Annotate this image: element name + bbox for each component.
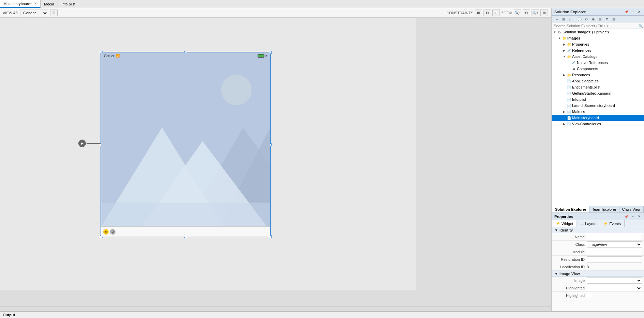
search-input[interactable] [554, 24, 639, 28]
view-as-label: VIEW AS [3, 11, 18, 15]
tree-item-native-references[interactable]: ▶ 🔗 Native References [552, 60, 644, 66]
tree-item-entitlements[interactable]: ▶ 📄 Entitlements.plist [552, 84, 644, 90]
expander-resources[interactable]: ▶ [562, 74, 567, 77]
tree-item-appdelegate[interactable]: ▶ 📄 AppDelegate.cs [552, 78, 644, 84]
yellow-icon: ● [103, 229, 109, 235]
image-view[interactable] [101, 59, 270, 226]
tree-item-main-cs[interactable]: ▶ 📄 Main.cs [552, 109, 644, 115]
tree-item-components[interactable]: ▶ ⚙ Components [552, 66, 644, 72]
references-icon: 🔗 [567, 49, 571, 52]
restoration-input[interactable] [587, 256, 642, 263]
canvas-toolbar: VIEW AS Generic iPhone SE iPhone 8 iPad … [0, 8, 551, 18]
solution-explorer-tree: ▼ 🗂 Solution 'Images' (1 project) ▼ 📁 Im… [552, 29, 644, 206]
output-label: Output [3, 313, 15, 317]
close-panel-icon[interactable]: ✕ [637, 9, 642, 15]
toolbar-right: CONSTRAINTS ⊞ ⊟ □ ZOOM 🔍− ⊙ 🔍+ ⊞ [446, 10, 548, 16]
tree-label-getting-started: GettingStarted.Xamarin [572, 91, 611, 95]
view-as-select[interactable]: Generic iPhone SE iPhone 8 iPad [20, 10, 48, 16]
expander-references[interactable]: ▶ [562, 49, 567, 52]
tree-label-solution: Solution 'Images' (1 project) [563, 30, 609, 34]
tab-widget[interactable]: ⚡ Widget [552, 220, 577, 227]
tab-main-storyboard[interactable]: Main.storyboard* ✕ [0, 0, 41, 8]
se-toolbar: ← ⊞ ⌂ 🕐 ↺ ⊕ ⊞ ⚙ ⊟ [552, 16, 644, 23]
tree-item-properties[interactable]: ▶ 📁 Properties [552, 41, 644, 47]
viewcontroller-icon: 📄 [567, 122, 571, 126]
identity-section-header[interactable]: ▼ Identity [552, 227, 644, 233]
canvas-scroll[interactable]: ▶ Carrier [0, 18, 551, 306]
se-properties-icon[interactable]: ⊞ [561, 16, 567, 22]
tree-item-resources[interactable]: ▶ 📁 Resources [552, 72, 644, 78]
se-home-icon[interactable]: ⌂ [567, 16, 573, 22]
add-constraint-btn[interactable]: ⊞ [475, 10, 482, 16]
tree-item-asset-catalogs[interactable]: ▼ 📁 Asset Catalogs [552, 53, 644, 60]
props-minimize-icon[interactable]: − [630, 214, 635, 219]
image-view-section-header[interactable]: ▼ Image View [552, 271, 644, 277]
resolve-btn[interactable]: □ [492, 10, 500, 16]
expander-solution[interactable]: ▼ [552, 31, 557, 34]
se-clock-icon[interactable]: 🕐 [577, 16, 583, 22]
canvas-hscrollbar[interactable] [0, 306, 551, 311]
image-select[interactable] [587, 277, 642, 284]
entry-point-icon: ▶ [78, 140, 86, 147]
aspect-icon[interactable]: ⊞ [50, 10, 58, 16]
align-btn[interactable]: ⊟ [484, 10, 491, 16]
tab-team-explorer[interactable]: Team Explorer [589, 206, 619, 212]
view-controller-box[interactable]: Carrier 📶 + [101, 52, 271, 237]
module-input[interactable] [587, 249, 642, 255]
highlighted-select[interactable] [587, 285, 642, 291]
tree-label-launchscreen: LaunchScreen.storyboard [572, 104, 615, 108]
storyboard-canvas: ▶ Carrier [0, 18, 416, 290]
se-settings-icon[interactable]: ⚙ [604, 16, 610, 22]
wifi-icon: 📶 [116, 54, 120, 58]
tree-item-references[interactable]: ▶ 🔗 References [552, 47, 644, 53]
se-git-icon[interactable]: ⊕ [590, 16, 596, 22]
properties-icon: 📁 [567, 43, 571, 46]
zoom-in-btn[interactable]: 🔍+ [532, 10, 539, 16]
panel-header-icons: 📌 − ✕ [624, 9, 642, 15]
status-right: + [258, 54, 267, 58]
tree-item-getting-started[interactable]: ▶ 📄 GettingStarted.Xamarin [552, 90, 644, 96]
props-close-icon[interactable]: ✕ [637, 214, 642, 219]
tab-class-view[interactable]: Class View [619, 206, 644, 212]
tree-item-info-plist[interactable]: ▶ 📄 Info.plist [552, 96, 644, 102]
tree-item-viewcontroller[interactable]: ▶ 📄 ViewController.cs [552, 121, 644, 127]
minimize-icon[interactable]: − [630, 9, 635, 15]
zoom-fit-btn[interactable]: ⊞ [540, 10, 548, 16]
properties-title: Properties [554, 214, 624, 219]
prop-row-localization: Localization ID 3 [552, 263, 644, 271]
se-filter-icon[interactable]: ⊞ [597, 16, 603, 22]
zoom-reset-btn[interactable]: ⊙ [523, 10, 530, 16]
tree-item-main-storyboard[interactable]: ▶ 📄 Main.storyboard [552, 115, 644, 121]
se-back-icon[interactable]: ← [554, 16, 560, 22]
expander-images[interactable]: ▼ [557, 37, 562, 40]
carrier-label: Carrier [104, 54, 114, 58]
properties-panel-header: Properties 📌 − ✕ [552, 213, 644, 220]
prop-name-value [587, 234, 642, 240]
tab-info-plist[interactable]: Info.plist [58, 0, 79, 8]
name-input[interactable] [587, 234, 642, 240]
tab-solution-explorer[interactable]: Solution Explorer [552, 206, 589, 212]
battery-icon [258, 54, 264, 58]
tree-item-solution[interactable]: ▼ 🗂 Solution 'Images' (1 project) [552, 29, 644, 35]
tab-media[interactable]: Media [41, 0, 58, 8]
se-refresh-icon[interactable]: ↺ [583, 16, 589, 22]
tree-item-images[interactable]: ▼ 📁 Images [552, 35, 644, 41]
image-view-expander: ▼ [554, 272, 558, 276]
svg-rect-6 [101, 203, 270, 226]
zoom-out-btn[interactable]: 🔍− [514, 10, 521, 16]
tree-item-launchscreen[interactable]: ▶ 📄 LaunchScreen.storyboard [552, 102, 644, 109]
tree-label-references: References [572, 48, 591, 52]
tab-events[interactable]: ⚡ Events [600, 220, 625, 227]
svg-point-1 [221, 75, 251, 105]
expander-asset-catalogs[interactable]: ▼ [562, 55, 567, 58]
pin-icon[interactable]: 📌 [624, 9, 629, 15]
close-icon[interactable]: ✕ [34, 2, 37, 5]
expander-properties[interactable]: ▶ [562, 43, 567, 46]
components-icon: ⚙ [571, 67, 576, 71]
se-expand-icon[interactable]: ⊟ [611, 16, 617, 22]
class-select[interactable]: ImageView [587, 241, 642, 248]
props-pin-icon[interactable]: 📌 [624, 214, 629, 219]
se-search-bar: 🔍 [552, 23, 644, 29]
tab-layout[interactable]: — Layout [577, 220, 600, 227]
highlighted-checkbox[interactable] [587, 293, 591, 297]
